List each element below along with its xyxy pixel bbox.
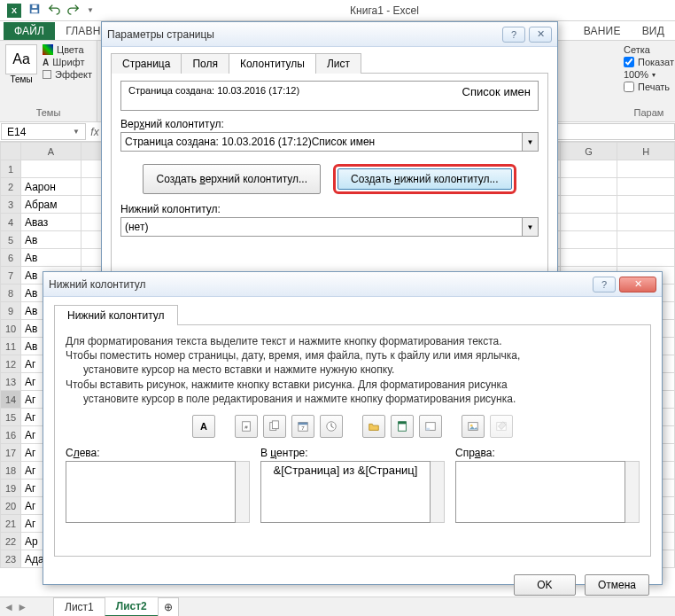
row-header[interactable]: 23 [1,550,21,568]
right-section-input[interactable] [455,461,625,523]
show-checkbox[interactable]: Показат [624,57,674,67]
col-header-h[interactable]: H [617,143,675,160]
row-header[interactable]: 21 [1,515,21,533]
svg-rect-6 [272,421,278,429]
cancel-button[interactable]: Отмена [585,574,649,596]
filename-button[interactable] [391,415,414,438]
page-count-button[interactable] [263,415,286,438]
row-header[interactable]: 6 [1,249,21,267]
row-header[interactable]: 4 [1,214,21,231]
svg-point-16 [470,425,473,427]
select-all-corner[interactable] [1,143,21,160]
row-header[interactable]: 2 [1,178,21,196]
insert-picture-button[interactable] [462,415,485,438]
footer-combo-input[interactable] [120,217,523,237]
row-header[interactable]: 19 [1,480,21,497]
row-header[interactable]: 9 [1,302,21,320]
cell[interactable] [21,160,81,178]
center-section-input[interactable]: &[Страница] из &[Страниц] [260,461,431,523]
cell[interactable]: Аваз [21,214,81,231]
row-header[interactable]: 10 [1,320,21,338]
page-setup-titlebar[interactable]: Параметры страницы ? ✕ [102,22,557,47]
help-button[interactable]: ? [502,27,525,43]
footer-titlebar[interactable]: Нижний колонтитул ? ✕ [43,272,662,297]
scrollbar[interactable] [236,461,250,523]
row-header[interactable]: 16 [1,426,21,444]
sheet-nav[interactable]: ◄ ► [4,601,27,613]
row-header[interactable]: 1 [1,160,21,178]
zoom-readout[interactable]: 100% ▾ [624,69,674,80]
row-header[interactable]: 17 [1,444,21,462]
page-number-button[interactable]: # [235,415,258,438]
chevron-down-icon[interactable]: ▼ [73,128,80,136]
header-preview: Страница создана: 10.03.2016 (17:12) Спи… [120,81,539,111]
ok-button[interactable]: OK [514,574,576,596]
undo-icon[interactable] [48,3,60,18]
save-icon[interactable] [28,3,41,18]
redo-icon[interactable] [67,3,80,18]
view-group-label: Парам [624,107,674,118]
print-check-icon[interactable] [624,82,634,92]
tab-view[interactable]: ВИД [632,22,675,40]
close-button[interactable]: ✕ [619,277,656,292]
row-header[interactable]: 3 [1,196,21,214]
format-text-button[interactable]: A [192,415,215,438]
create-footer-button[interactable]: Создать нижний колонтитул... [338,168,511,190]
row-header[interactable]: 8 [1,285,21,302]
footer-panel: Для форматирования текста выделите текст… [54,324,651,557]
sheetname-button[interactable] [419,415,442,438]
row-header[interactable]: 14 [1,391,21,409]
row-header[interactable]: 15 [1,409,21,426]
header-combo[interactable]: ▼ [120,132,539,152]
excel-icon: X [7,4,21,18]
format-picture-button[interactable] [490,415,513,438]
row-header[interactable]: 13 [1,373,21,391]
date-button[interactable]: 7 [291,415,314,438]
scrollbar[interactable] [431,461,445,523]
qat-dropdown-icon[interactable]: ▼ [87,6,94,14]
tab-margins[interactable]: Поля [181,53,229,74]
row-header[interactable]: 18 [1,462,21,480]
tab-partial[interactable]: ВАНИЕ [573,22,632,40]
left-section-input[interactable] [66,461,236,523]
row-header[interactable]: 7 [1,267,21,285]
col-header-a[interactable]: A [21,143,81,160]
tab-header-footer[interactable]: Колонтитулы [229,53,316,74]
cell[interactable]: Ав [21,249,81,267]
cell[interactable]: Абрам [21,196,81,214]
font-icon: A [43,58,49,67]
header-combo-input[interactable] [120,132,523,152]
svg-rect-1 [32,10,38,13]
row-header[interactable]: 22 [1,533,21,550]
fonts-button[interactable]: AШрифт [43,57,92,67]
tab-page[interactable]: Страница [111,53,182,74]
tab-file[interactable]: ФАЙЛ [4,22,55,40]
help-button[interactable]: ? [593,277,616,292]
subtab-footer[interactable]: Нижний колонтитул [54,305,178,325]
scrollbar[interactable] [625,461,640,523]
cell[interactable]: Ав [21,231,81,249]
tab-sheet[interactable]: Лист [315,53,361,74]
show-check-icon[interactable] [624,57,634,67]
effects-button[interactable]: Эффект [43,69,92,80]
time-button[interactable] [320,415,343,438]
cell[interactable]: Аарон [21,178,81,196]
create-header-button[interactable]: Создать верхний колонтитул... [143,164,321,194]
themes-button[interactable]: Aa [5,44,37,74]
help-text: Для форматирования текста выделите текст… [66,334,640,406]
row-header[interactable]: 20 [1,497,21,515]
chevron-down-icon[interactable]: ▼ [523,217,539,237]
row-header[interactable]: 12 [1,355,21,373]
print-checkbox[interactable]: Печать [624,82,674,92]
svg-text:7: 7 [301,424,305,430]
row-header[interactable]: 5 [1,231,21,249]
row-header[interactable]: 11 [1,338,21,355]
name-box[interactable]: E14▼ [1,123,86,140]
chevron-down-icon[interactable]: ▼ [523,132,539,152]
col-header-g[interactable]: G [560,143,617,160]
close-button[interactable]: ✕ [529,27,552,43]
svg-rect-12 [399,422,407,425]
colors-button[interactable]: Цвета [43,44,92,55]
filepath-button[interactable] [362,415,385,438]
footer-combo[interactable]: ▼ [120,217,539,237]
